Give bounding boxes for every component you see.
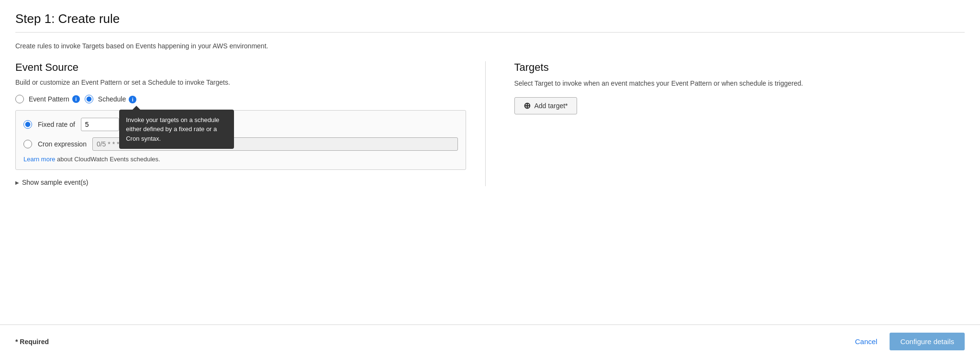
source-type-row: Event Pattern i Schedule i Invoke your t… (15, 95, 466, 103)
fixed-rate-row: Fixed rate of Minutes Hours Days (23, 117, 458, 132)
page-divider (15, 32, 965, 33)
targets-title: Targets (514, 61, 965, 74)
cron-input[interactable] (92, 137, 458, 151)
right-column: Targets Select Target to invoke when an … (505, 61, 965, 186)
page-title: Step 1: Create rule (15, 11, 965, 26)
cron-label[interactable]: Cron expression (38, 140, 87, 148)
cron-row: Cron expression (23, 137, 458, 151)
two-column-layout: Event Source Build or customize an Event… (15, 61, 965, 186)
event-pattern-radio[interactable] (15, 95, 24, 103)
schedule-label[interactable]: Schedule i Invoke your targets on a sche… (98, 95, 136, 103)
event-source-subtitle: Build or customize an Event Pattern or s… (15, 78, 466, 86)
cron-radio[interactable] (23, 140, 32, 148)
page-wrapper: Step 1: Create rule Create rules to invo… (0, 0, 980, 358)
schedule-info-icon[interactable]: i (129, 96, 136, 103)
show-sample-arrow-icon: ▶ (15, 180, 19, 185)
fixed-rate-radio[interactable] (23, 120, 32, 129)
plus-icon: ⊕ (523, 101, 531, 110)
show-sample-events[interactable]: ▶ Show sample event(s) (15, 179, 466, 186)
cancel-button[interactable]: Cancel (850, 335, 882, 348)
page-subtitle: Create rules to invoke Targets based on … (15, 42, 965, 50)
event-pattern-info-icon[interactable]: i (72, 95, 80, 103)
add-target-label: Add target* (535, 102, 568, 110)
learn-more-text: Learn more about CloudWatch Events sched… (23, 156, 458, 163)
required-text: * Required (15, 338, 49, 346)
learn-more-link[interactable]: Learn more (23, 156, 55, 163)
targets-subtitle: Select Target to invoke when an event ma… (514, 78, 965, 89)
configure-button[interactable]: Configure details (890, 333, 965, 350)
left-column: Event Source Build or customize an Event… (15, 61, 486, 186)
schedule-tooltip-container: i Invoke your targets on a schedule eith… (129, 95, 136, 103)
schedule-options-box: Fixed rate of Minutes Hours Days Cron ex… (15, 110, 466, 170)
footer-buttons: Cancel Configure details (850, 333, 965, 350)
unit-select[interactable]: Minutes Hours Days (125, 117, 177, 132)
event-pattern-label[interactable]: Event Pattern i (29, 95, 80, 103)
add-target-button[interactable]: ⊕ Add target* (514, 97, 577, 114)
event-source-title: Event Source (15, 61, 466, 74)
footer: * Required Cancel Configure details (0, 324, 980, 358)
fixed-rate-label[interactable]: Fixed rate of (38, 121, 75, 128)
main-content: Step 1: Create rule Create rules to invo… (0, 0, 980, 324)
fixed-rate-input[interactable] (81, 118, 119, 131)
schedule-radio[interactable] (85, 95, 93, 103)
show-sample-label: Show sample event(s) (22, 179, 89, 186)
